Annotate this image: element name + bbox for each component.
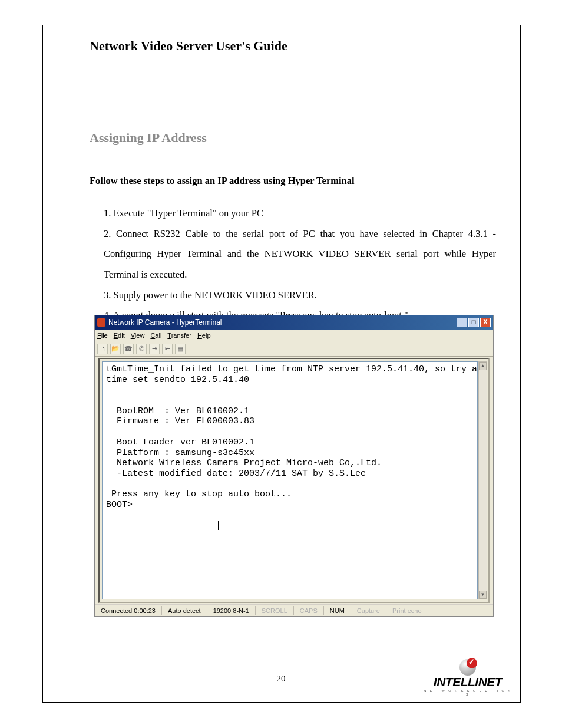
new-icon[interactable]: 🗋 [97,344,108,354]
menu-file[interactable]: File [97,332,108,339]
connect-icon[interactable]: ☎ [123,344,134,354]
scrollbar[interactable]: ▲ ▼ [478,361,487,599]
logo-mark-icon [459,659,476,676]
logo-brand-text: INTELLINET [424,677,512,688]
send-icon[interactable]: ⇥ [149,344,160,354]
disconnect-icon[interactable]: ✆ [136,344,147,354]
logo-tagline: N E T W O R K S O L U T I O N S [424,689,512,696]
status-bar: Connected 0:00:23 Auto detect 19200 8-N-… [95,604,493,616]
titlebar: Network IP Camera - HyperTerminal _ □ X [95,315,493,330]
text-cursor [218,521,219,530]
hyperterminal-window: Network IP Camera - HyperTerminal _ □ X … [94,315,494,617]
scroll-down-icon[interactable]: ▼ [479,591,487,599]
menu-transfer[interactable]: Transfer [167,332,191,339]
terminal-text: tGmtTime_Init failed to get time from NT… [106,364,478,510]
status-capture: Capture [351,606,386,615]
step-3: 3. Supply power to the NETWORK VIDEO SER… [104,285,496,306]
brand-logo: INTELLINET N E T W O R K S O L U T I O N… [424,659,512,696]
step-1: 1. Execute "Hyper Terminal" on your PC [104,203,496,224]
section-heading: Assigning IP Address [90,130,496,146]
instruction-heading: Follow these steps to assign an IP addre… [90,175,496,187]
toolbar: 🗋 📂 ☎ ✆ ⇥ ⇤ ▤ [95,341,493,357]
terminal-frame: tGmtTime_Init failed to get time from NT… [98,358,490,603]
app-icon [97,318,105,327]
scroll-up-icon[interactable]: ▲ [479,362,487,370]
menu-help[interactable]: Help [197,332,211,339]
document-title: Network Video Server User's Guide [90,38,496,54]
status-connected: Connected 0:00:23 [95,606,162,615]
step-2-text: 2. Connect RS232 Cable to the serial por… [104,228,496,280]
status-num: NUM [324,606,351,615]
status-printecho: Print echo [386,606,428,615]
status-scroll: SCROLL [256,606,294,615]
maximize-button[interactable]: □ [468,318,479,327]
receive-icon[interactable]: ⇤ [162,344,173,354]
step-2: 2. Connect RS232 Cable to the serial por… [104,224,496,285]
menu-view[interactable]: View [131,332,145,339]
close-button[interactable]: X [480,318,491,327]
menu-edit[interactable]: Edit [114,332,125,339]
status-caps: CAPS [294,606,324,615]
window-controls: _ □ X [457,318,491,327]
status-detect: Auto detect [162,606,207,615]
page-content: Network Video Server User's Guide Assign… [90,38,496,346]
status-port: 19200 8-N-1 [207,606,256,615]
properties-icon[interactable]: ▤ [175,344,186,354]
terminal-output[interactable]: tGmtTime_Init failed to get time from NT… [102,361,478,599]
menubar: File Edit View Call Transfer Help [95,330,493,341]
menu-call[interactable]: Call [150,332,161,339]
window-title: Network IP Camera - HyperTerminal [108,318,457,327]
open-icon[interactable]: 📂 [110,344,121,354]
minimize-button[interactable]: _ [457,318,467,327]
